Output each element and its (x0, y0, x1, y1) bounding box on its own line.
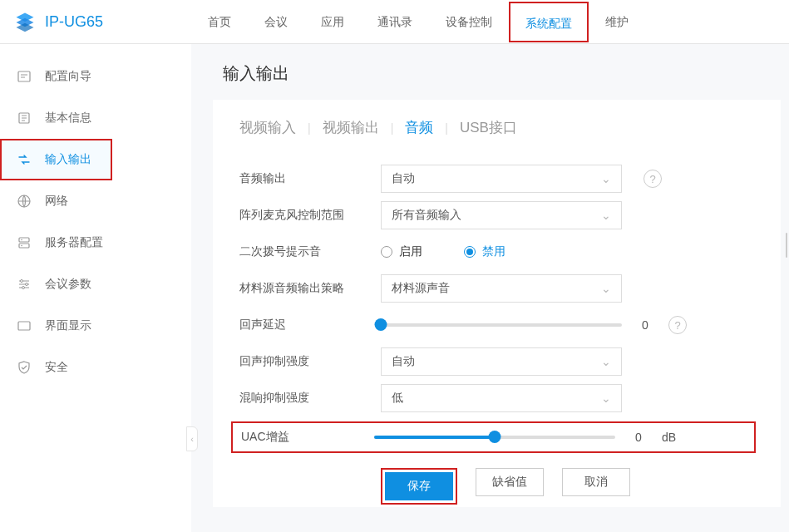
nav-system-config[interactable]: 系统配置 (509, 2, 589, 42)
svg-rect-13 (18, 322, 30, 330)
save-button[interactable]: 保存 (385, 472, 453, 500)
sidebar-item-io[interactable]: 输入输出 (0, 139, 112, 180)
radio-enable[interactable]: 启用 (381, 244, 422, 259)
svg-rect-6 (19, 238, 29, 242)
svg-point-10 (21, 280, 23, 283)
radio-disable[interactable]: 禁用 (464, 244, 505, 259)
svg-marker-2 (17, 23, 34, 32)
sidebar-item-label: 界面显示 (45, 318, 91, 333)
sidebar: 配置向导 基本信息 输入输出 网络 服务器配置 (0, 44, 191, 532)
info-icon (17, 111, 32, 126)
label-reverb-suppress: 混响抑制强度 (239, 391, 381, 406)
select-audio-output[interactable]: 自动 ⌄ (381, 165, 622, 193)
chevron-down-icon: ⌄ (601, 209, 611, 222)
chevron-down-icon: ⌄ (601, 282, 611, 295)
sliders-icon (17, 277, 32, 292)
nav-maintenance[interactable]: 维护 (589, 0, 645, 44)
nav-app[interactable]: 应用 (304, 0, 361, 44)
label-material-audio-policy: 材料源音频输出策略 (239, 281, 381, 296)
sidebar-item-label: 服务器配置 (45, 235, 103, 250)
sidebar-item-server[interactable]: 服务器配置 (0, 222, 191, 264)
slider-echo-delay[interactable] (381, 323, 622, 327)
sidebar-item-basic-info[interactable]: 基本信息 (0, 97, 191, 139)
chevron-down-icon: ⌄ (601, 172, 611, 185)
sidebar-item-display[interactable]: 界面显示 (0, 305, 191, 347)
shield-icon (17, 360, 32, 375)
nav-home[interactable]: 首页 (191, 0, 248, 44)
sidebar-item-label: 输入输出 (45, 152, 91, 167)
select-echo-suppress[interactable]: 自动 ⌄ (381, 347, 622, 376)
sidebar-collapse-handle[interactable]: ‹ (186, 426, 198, 451)
tab-video-in[interactable]: 视频输入 (239, 118, 296, 137)
tab-video-out[interactable]: 视频输出 (323, 118, 379, 137)
slider-thumb[interactable] (489, 431, 501, 443)
cancel-button[interactable]: 取消 (562, 468, 630, 496)
tab-audio[interactable]: 音频 (405, 118, 433, 137)
sidebar-item-label: 网络 (45, 194, 68, 209)
page-title: 输入输出 (191, 62, 789, 100)
display-icon (17, 318, 32, 333)
brand-name: IP-UG65 (45, 13, 103, 31)
io-icon (17, 152, 32, 167)
sidebar-item-wizard[interactable]: 配置向导 (0, 56, 191, 97)
defaults-button[interactable]: 缺省值 (476, 468, 544, 496)
svg-point-8 (21, 239, 22, 241)
wizard-icon (17, 69, 32, 84)
select-reverb-suppress[interactable]: 低 ⌄ (381, 384, 622, 412)
echo-delay-value: 0 (642, 318, 658, 332)
save-button-highlight: 保存 (381, 468, 457, 505)
server-icon (17, 235, 32, 250)
help-icon[interactable]: ? (668, 316, 687, 334)
sidebar-item-label: 会议参数 (45, 277, 91, 292)
sidebar-item-security[interactable]: 安全 (0, 347, 191, 388)
tab-usb[interactable]: USB接口 (460, 118, 517, 137)
sidebar-item-label: 配置向导 (45, 69, 91, 84)
uac-gain-unit: dB (662, 431, 676, 444)
help-icon[interactable]: ? (644, 170, 662, 188)
scrollbar[interactable] (786, 233, 787, 258)
svg-rect-3 (18, 71, 30, 81)
chevron-down-icon: ⌄ (601, 355, 611, 368)
label-mic-range: 阵列麦克风控制范围 (239, 208, 381, 223)
sidebar-item-label: 基本信息 (45, 111, 91, 126)
uac-gain-value: 0 (635, 431, 652, 444)
globe-icon (17, 194, 32, 209)
nav-device-control[interactable]: 设备控制 (429, 0, 509, 44)
select-material-audio-policy[interactable]: 材料源声音 ⌄ (381, 274, 622, 303)
svg-point-9 (21, 245, 22, 247)
label-echo-delay: 回声延迟 (239, 318, 381, 332)
sidebar-item-network[interactable]: 网络 (0, 180, 191, 222)
slider-uac-gain[interactable] (374, 436, 615, 439)
nav-contacts[interactable]: 通讯录 (361, 0, 429, 44)
top-nav: 首页 会议 应用 通讯录 设备控制 系统配置 维护 (191, 0, 645, 44)
label-uac-gain: UAC增益 (241, 430, 374, 445)
slider-thumb[interactable] (375, 318, 387, 331)
svg-rect-7 (19, 244, 29, 248)
svg-point-12 (22, 287, 25, 289)
label-audio-output: 音频输出 (239, 171, 381, 186)
logo-icon (13, 10, 37, 33)
chevron-down-icon: ⌄ (601, 392, 611, 405)
sidebar-item-label: 安全 (45, 360, 68, 375)
label-secondary-dial-tone: 二次拨号提示音 (239, 244, 381, 259)
nav-meeting[interactable]: 会议 (248, 0, 304, 44)
sidebar-item-meeting-params[interactable]: 会议参数 (0, 264, 191, 305)
label-echo-suppress: 回声抑制强度 (239, 354, 381, 369)
svg-point-11 (26, 283, 28, 286)
select-mic-range[interactable]: 所有音频输入 ⌄ (381, 201, 622, 229)
